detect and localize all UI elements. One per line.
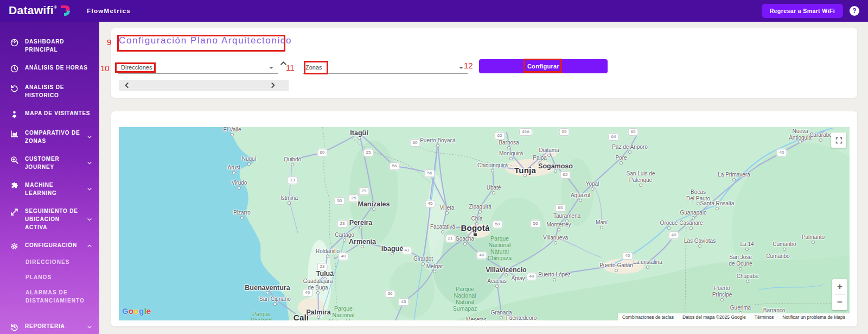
map-city-dot (628, 150, 631, 154)
sidebar-item-label: SEGUIMIENTO DE UBICACION ACTIVA (25, 207, 80, 231)
route-shield: 62 (495, 132, 505, 140)
annotation-number-9: 9 (107, 37, 111, 47)
report-icon (10, 323, 19, 332)
attribution-link[interactable]: Términos (755, 314, 774, 320)
scroll-left-button[interactable] (123, 81, 131, 89)
map-city-dot (372, 207, 375, 211)
google-map[interactable]: El ValleNuquíArusiVirudoIstminaPizarroQu… (119, 127, 850, 320)
google-logo[interactable]: Google (122, 306, 151, 316)
map-city-dot (697, 202, 700, 205)
sidebar-item-dashboard-principal[interactable]: DASHBOARD PRINCIPAL (0, 33, 99, 59)
sidebar: DASHBOARD PRINCIPALANÁLISIS DE HORASANAL… (0, 22, 99, 334)
annotation-box-10 (115, 62, 156, 73)
attribution-link[interactable]: Notificar un problema de Maps (782, 314, 845, 320)
map-city-dot (507, 146, 510, 149)
map-panel: El ValleNuquíArusiVirudoIstminaPizarroQu… (111, 111, 857, 326)
sidebar-item-analisis-de-historico[interactable]: ANALISIS DE HISTORICO (0, 78, 99, 104)
product-name: FlowMetrics (87, 8, 131, 14)
route-shield: 45A (519, 128, 532, 136)
route-shield: 56 (425, 169, 435, 177)
zoom-out-button[interactable]: − (832, 295, 847, 310)
route-shield: 13 (288, 177, 298, 184)
map-city-dot (240, 216, 244, 219)
sidebar-subitem-direcciones[interactable]: DIRECCIONES (25, 258, 92, 266)
map-city-dot (783, 248, 786, 251)
map-city-dot (557, 228, 560, 231)
sidebar-item-label: COMPARATIVO DE ZONAS (25, 129, 80, 145)
topbar-right: Regresar a Smart WiFi ? (762, 4, 859, 18)
map-city-dot (391, 252, 394, 255)
map-city-dot (492, 191, 495, 194)
trending-icon (10, 207, 19, 217)
map-city-dot (739, 267, 742, 270)
annotation-number-10: 10 (100, 64, 110, 73)
fullscreen-button[interactable] (831, 133, 846, 148)
route-shield: 23 (317, 263, 328, 270)
map-city-dot (565, 219, 569, 223)
chevron-down-icon (86, 324, 93, 330)
route-shield: 40 (477, 251, 487, 259)
map-city-dot (692, 216, 695, 219)
fullscreen-icon (835, 136, 843, 144)
map-city-dot (441, 230, 444, 234)
map-city-dot (343, 238, 346, 242)
map-city-dot (615, 269, 618, 272)
zoom-in-button[interactable]: + (832, 279, 847, 294)
sidebar-item-machine-learning[interactable]: MACHINE LEARNING (0, 176, 99, 202)
help-icon[interactable]: ? (850, 6, 859, 16)
map-city-dot (579, 199, 582, 202)
route-shield: 56 (390, 162, 400, 170)
attribution-link[interactable]: Combinaciones de teclas (622, 314, 674, 320)
route-shield: 62 (560, 171, 571, 179)
route-shield: 60 (317, 149, 328, 156)
chevron-up-icon (86, 243, 93, 249)
attribution-link[interactable]: Datos del mapa ©2025 Google (682, 314, 746, 320)
route-shield: 45 (425, 200, 436, 207)
google-logo-letter: e (146, 306, 151, 316)
sidebar-item-reporteria[interactable]: REPORTERIA (0, 317, 99, 334)
chevron-down-icon (86, 134, 93, 140)
sidebar-item-seguimiento-de-ubicacion-activa[interactable]: SEGUIMIENTO DE UBICACION ACTIVA (0, 202, 99, 236)
map-city-dot (732, 178, 736, 181)
route-shield: 50 (493, 220, 503, 228)
map-city-dot (359, 226, 362, 229)
sidebar-item-label: CUSTOMER JOURNEY (25, 155, 80, 171)
map-city-dot (745, 248, 749, 251)
route-shield: 43 (402, 247, 412, 254)
annotation-box-12 (524, 59, 562, 73)
map-city-dot (667, 226, 671, 230)
chevron-down-icon (86, 186, 93, 192)
map-city-dot (273, 303, 277, 306)
chevron-down-icon (86, 160, 93, 166)
sidebar-subitem-planos[interactable]: PLANOS (25, 273, 92, 281)
sidebar-item-comparativo-de-zonas[interactable]: COMPARATIVO DE ZONAS (0, 124, 99, 150)
regresar-smart-wifi-button[interactable]: Regresar a Smart WiFi (762, 4, 843, 18)
scroll-right-button[interactable] (269, 81, 277, 89)
map-city-dot (591, 187, 594, 191)
sidebar-item-mapa-de-visitantes[interactable]: MAPA DE VISITANTES (0, 104, 99, 124)
map-city-dot (316, 291, 320, 294)
route-shield: 29 (359, 187, 369, 195)
map-city-dot (422, 262, 425, 266)
page: Datawifi® FlowMetrics Regresar a Smart W… (0, 0, 868, 334)
map-city-dot (433, 270, 436, 273)
history-icon (10, 84, 19, 93)
route-shield: 64 (609, 133, 619, 141)
route-shield: 56 (531, 220, 541, 228)
sidebar-subitem-alarmas-de-distanciamiento[interactable]: ALARMAS DE DISTANCIAMIENTO (25, 288, 92, 305)
sidebar-item-configuracion[interactable]: CONFIGURACIÓN (0, 236, 99, 256)
map-city-dot (436, 144, 439, 147)
map-city-dot (690, 226, 693, 230)
map-city-dot (323, 277, 327, 280)
dashboard-icon (10, 38, 19, 47)
sidebar-item-customer-journey[interactable]: CUSTOMER JOURNEY (0, 150, 99, 176)
sidebar-item-analisis-de-horas[interactable]: ANÁLISIS DE HORAS (0, 59, 99, 78)
sidebar-item-label: CONFIGURACIÓN (25, 241, 77, 249)
plan-scrollbar[interactable] (119, 80, 289, 91)
map-city-dot (554, 241, 557, 244)
map-city-dot (291, 163, 294, 166)
google-logo-letter: G (122, 306, 129, 316)
registered-mark: ® (54, 5, 57, 10)
map-city-dot (538, 161, 541, 165)
map-city-dot (812, 241, 815, 244)
